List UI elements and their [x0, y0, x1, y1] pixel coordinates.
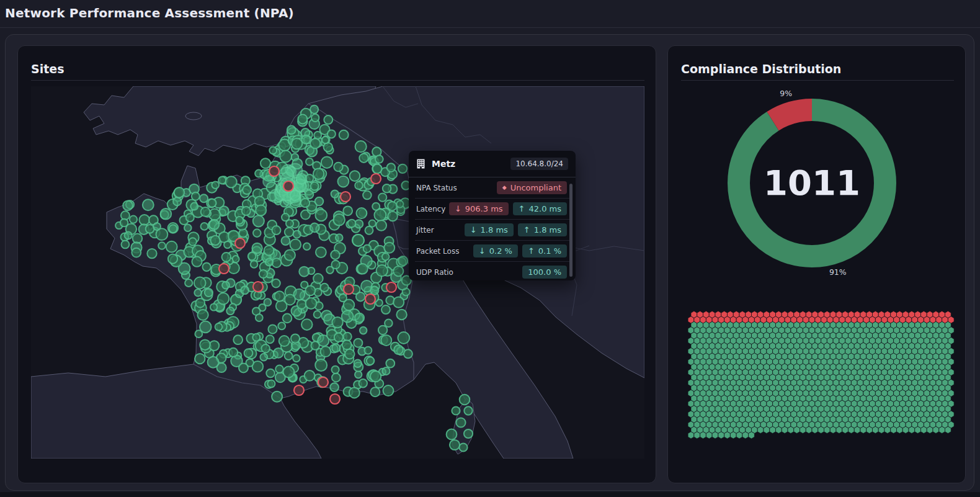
- site-dot-compliant[interactable]: [174, 187, 184, 197]
- site-dot-compliant[interactable]: [315, 210, 327, 222]
- site-dot-compliant[interactable]: [210, 220, 220, 230]
- site-dot-compliant[interactable]: [210, 341, 220, 351]
- site-dot-compliant[interactable]: [376, 220, 386, 231]
- site-dot-compliant[interactable]: [359, 379, 367, 387]
- site-dot-cluster[interactable]: [296, 174, 307, 184]
- site-dot-compliant[interactable]: [190, 203, 198, 210]
- site-dot-compliant[interactable]: [383, 184, 391, 193]
- site-dot-compliant[interactable]: [293, 355, 300, 362]
- site-dot-compliant[interactable]: [393, 266, 403, 276]
- site-dot-compliant[interactable]: [382, 253, 390, 261]
- site-dot-compliant[interactable]: [342, 340, 352, 349]
- site-dot-compliant[interactable]: [282, 213, 289, 221]
- site-dot-compliant[interactable]: [268, 325, 277, 334]
- site-dot-compliant[interactable]: [229, 348, 238, 357]
- site-dot-uncompliant[interactable]: [341, 192, 350, 202]
- site-dot-compliant[interactable]: [322, 137, 329, 143]
- site-dot-compliant[interactable]: [185, 279, 192, 287]
- site-dot-compliant[interactable]: [314, 132, 321, 139]
- site-dot-compliant[interactable]: [336, 234, 343, 241]
- site-dot-compliant[interactable]: [264, 298, 272, 306]
- site-dot-compliant[interactable]: [315, 197, 324, 206]
- site-dot-compliant[interactable]: [266, 335, 274, 343]
- site-dot-compliant[interactable]: [383, 385, 394, 396]
- site-dot-compliant[interactable]: [305, 286, 315, 296]
- site-dot-compliant[interactable]: [211, 236, 220, 245]
- site-dot-compliant[interactable]: [332, 344, 340, 352]
- site-dot-compliant[interactable]: [447, 429, 457, 440]
- site-dot-compliant[interactable]: [382, 367, 390, 375]
- site-dot-cluster[interactable]: [263, 176, 275, 187]
- site-dot-compliant[interactable]: [285, 352, 293, 360]
- site-dot-compliant[interactable]: [283, 314, 292, 323]
- site-dot-compliant[interactable]: [236, 217, 243, 224]
- site-dot-compliant[interactable]: [269, 147, 277, 154]
- site-dot-compliant[interactable]: [305, 190, 314, 199]
- site-dot-compliant[interactable]: [330, 383, 339, 392]
- site-dot-compliant[interactable]: [248, 253, 256, 261]
- site-dot-compliant[interactable]: [200, 194, 208, 202]
- site-dot-uncompliant[interactable]: [283, 181, 293, 191]
- site-dot-compliant[interactable]: [355, 182, 363, 190]
- site-dot-compliant[interactable]: [202, 263, 210, 271]
- site-dot-compliant[interactable]: [255, 170, 262, 177]
- site-dot-compliant[interactable]: [251, 261, 258, 268]
- site-dot-compliant[interactable]: [292, 138, 302, 149]
- site-dot-compliant[interactable]: [370, 371, 381, 382]
- site-dot-compliant[interactable]: [373, 164, 382, 174]
- site-dot-compliant[interactable]: [306, 298, 317, 309]
- site-dot-compliant[interactable]: [356, 208, 367, 218]
- site-dot-compliant[interactable]: [169, 225, 177, 233]
- site-dot-compliant[interactable]: [140, 215, 150, 225]
- site-dot-compliant[interactable]: [363, 191, 372, 200]
- site-dot-compliant[interactable]: [224, 241, 231, 248]
- site-dot-compliant[interactable]: [450, 440, 460, 450]
- site-dot-compliant[interactable]: [321, 157, 332, 168]
- tooltip-scrollbar[interactable]: [569, 184, 572, 277]
- site-dot-compliant[interactable]: [343, 333, 351, 341]
- site-dot-uncompliant[interactable]: [386, 282, 396, 292]
- site-dot-compliant[interactable]: [285, 249, 295, 260]
- site-dot-compliant[interactable]: [342, 311, 354, 323]
- site-dot-compliant[interactable]: [241, 286, 249, 294]
- site-dot-compliant[interactable]: [386, 359, 394, 368]
- site-dot-compliant[interactable]: [122, 241, 130, 249]
- site-dot-compliant[interactable]: [153, 223, 161, 230]
- site-dot-compliant[interactable]: [306, 158, 313, 166]
- compliance-donut-chart[interactable]: 101191%9%: [710, 81, 914, 285]
- site-dot-compliant[interactable]: [301, 135, 310, 144]
- site-dot-compliant[interactable]: [275, 365, 283, 374]
- site-dot-compliant[interactable]: [266, 369, 275, 378]
- site-dot-compliant[interactable]: [173, 197, 181, 205]
- site-dot-compliant[interactable]: [233, 335, 243, 344]
- site-dot-compliant[interactable]: [372, 203, 380, 210]
- site-dot-compliant[interactable]: [256, 205, 266, 216]
- site-dot-compliant[interactable]: [285, 294, 295, 305]
- site-dot-compliant[interactable]: [313, 169, 324, 179]
- site-dot-compliant[interactable]: [398, 332, 409, 344]
- site-dot-compliant[interactable]: [166, 241, 177, 253]
- site-dot-compliant[interactable]: [360, 327, 367, 334]
- site-dot-compliant[interactable]: [375, 155, 383, 163]
- site-dot-compliant[interactable]: [259, 270, 267, 278]
- site-dot-compliant[interactable]: [293, 231, 301, 238]
- site-dot-compliant[interactable]: [303, 243, 310, 250]
- site-dot-compliant[interactable]: [265, 258, 273, 266]
- site-dot-compliant[interactable]: [301, 319, 313, 330]
- site-dot-compliant[interactable]: [274, 348, 283, 358]
- site-dot-compliant[interactable]: [321, 284, 329, 292]
- site-dot-compliant[interactable]: [339, 130, 349, 140]
- site-dot-compliant[interactable]: [285, 228, 294, 237]
- site-dot-compliant[interactable]: [272, 226, 281, 235]
- site-dot-compliant[interactable]: [205, 289, 213, 297]
- site-dot-compliant[interactable]: [338, 176, 349, 187]
- site-dot-compliant[interactable]: [120, 219, 128, 227]
- site-dot-uncompliant[interactable]: [318, 377, 328, 387]
- site-dot-compliant[interactable]: [314, 311, 321, 318]
- site-dot-compliant[interactable]: [345, 349, 355, 359]
- site-dot-compliant[interactable]: [305, 370, 315, 381]
- site-dot-uncompliant[interactable]: [294, 385, 304, 395]
- site-dot-compliant[interactable]: [192, 257, 202, 267]
- site-dot-compliant[interactable]: [343, 206, 352, 215]
- site-dot-compliant[interactable]: [242, 207, 251, 215]
